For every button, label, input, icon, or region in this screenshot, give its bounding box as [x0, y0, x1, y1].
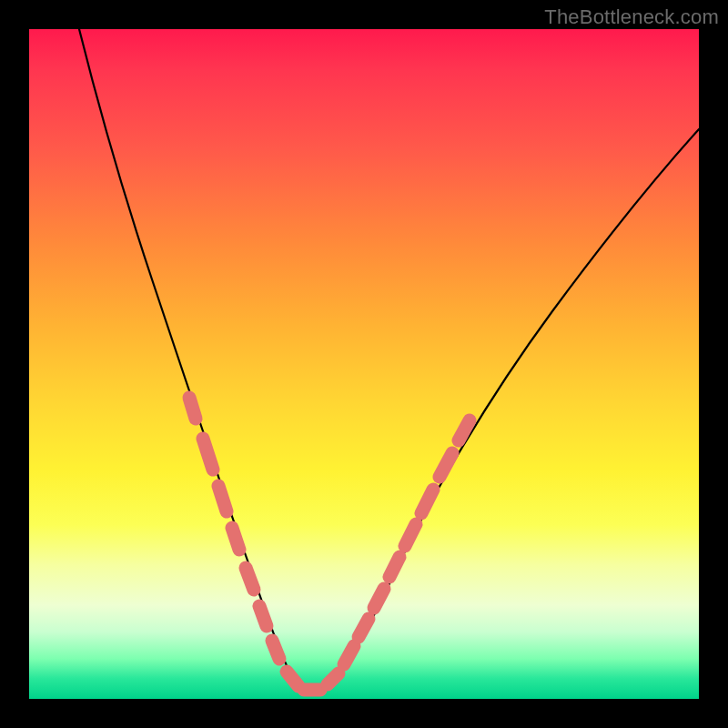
highlight-right-3 [421, 490, 433, 513]
highlight-left-4 [232, 528, 239, 550]
highlight-right-1 [389, 557, 399, 577]
chart-svg [29, 29, 699, 699]
highlight-vr-2 [359, 619, 369, 637]
highlight-right-2 [405, 524, 416, 546]
highlight-vr-1 [344, 646, 354, 664]
highlight-right-4 [440, 453, 452, 477]
highlight-left-1 [189, 398, 196, 419]
watermark-text: TheBottleneck.com [544, 5, 719, 29]
highlight-vr-3 [374, 589, 384, 608]
highlight-floor-3 [328, 673, 339, 684]
chart-frame: TheBottleneck.com [0, 0, 728, 728]
highlight-vl-3 [272, 641, 279, 659]
highlight-group [189, 398, 470, 690]
plot-area [29, 29, 699, 699]
highlight-right-5 [459, 420, 470, 440]
highlight-vl-2 [259, 606, 267, 626]
highlight-left-2 [203, 439, 213, 470]
highlight-left-3 [218, 486, 227, 511]
highlight-vl-1 [246, 568, 254, 590]
highlight-floor-1 [287, 672, 298, 686]
